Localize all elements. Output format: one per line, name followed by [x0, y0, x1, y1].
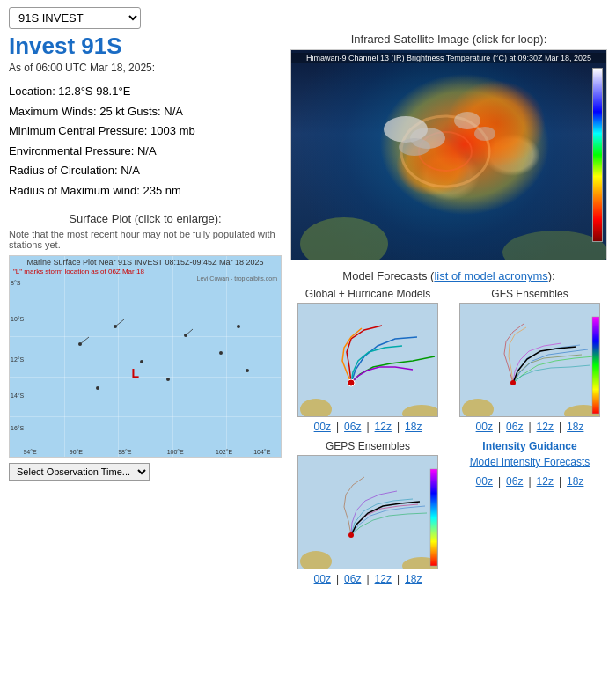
svg-point-20 [502, 231, 606, 260]
top-bar: 91S INVEST [0, 0, 616, 33]
svg-point-12 [401, 116, 489, 187]
model-img-geps-inner: 91S INVEST - GEPS Tracks and Min. MSLP (… [298, 456, 437, 569]
svg-point-24 [348, 379, 355, 386]
svg-point-14 [384, 116, 428, 143]
model-panel-global: Global + Hurricane Models 91S INVEST - M… [290, 288, 445, 433]
right-panel: Infrared Satellite Image (click for loop… [290, 33, 607, 585]
gfs-track-svg [460, 304, 599, 416]
storm-title: Invest 91S [9, 33, 282, 60]
svg-point-2 [140, 360, 143, 363]
model-img-global-inner: 91S INVEST - Model Track Guidance Initia… [298, 304, 437, 416]
observation-time-select[interactable]: Select Observation Time... [9, 463, 150, 481]
surface-plot-image[interactable]: 8°S 10°S 12°S 14°S 16°S 94°E 96°E 98°E 1… [9, 255, 282, 458]
svg-point-18 [474, 127, 495, 141]
surface-plot-title: Surface Plot (click to enlarge): [9, 212, 282, 225]
model-global-links: 00z | 06z | 12z | 18z [314, 421, 422, 433]
satellite-image[interactable]: Himawari-9 Channel 13 (IR) Brightness Te… [290, 49, 607, 260]
svg-point-8 [246, 369, 249, 372]
svg-point-17 [454, 112, 480, 129]
svg-point-28 [510, 380, 516, 385]
model-gfs-link-12z[interactable]: 12z [537, 421, 554, 433]
svg-point-15 [410, 128, 445, 149]
model-global-link-06z[interactable]: 06z [344, 421, 361, 433]
model-geps-link-12z[interactable]: 12z [375, 573, 392, 585]
svg-line-9 [80, 337, 89, 344]
model-img-global[interactable]: 91S INVEST - Model Track Guidance Initia… [297, 303, 438, 417]
storm-max-winds: Maximum Winds: 25 kt Gusts: N/A [9, 103, 282, 121]
storm-min-pressure: Minimum Central Pressure: 1003 mb [9, 122, 282, 140]
satellite-title: Infrared Satellite Image (click for loop… [290, 33, 607, 46]
svg-line-10 [115, 319, 124, 326]
storm-date: As of 06:00 UTC Mar 18, 2025: [9, 62, 282, 74]
model-geps-link-00z[interactable]: 00z [314, 573, 331, 585]
svg-point-33 [348, 532, 354, 538]
satellite-inner: Himawari-9 Channel 13 (IR) Brightness Te… [291, 50, 606, 260]
svg-point-19 [300, 217, 388, 260]
model-gfs-link-06z[interactable]: 06z [506, 421, 523, 433]
model-img-gfs-inner: 91S INVEST - GEFS Tracks and Min. MSLP (… [460, 304, 599, 416]
satellite-label: Himawari-9 Channel 13 (IR) Brightness Te… [291, 53, 606, 63]
model-panel-geps-title: GEPS Ensembles [326, 440, 410, 452]
storm-location: Location: 12.8°S 98.1°E [9, 83, 282, 100]
model-intensity-link[interactable]: Model Intensity Forecasts [470, 456, 590, 468]
satellite-overlay-svg [291, 50, 606, 260]
intensity-link-06z[interactable]: 06z [506, 475, 523, 488]
model-panel-intensity: Intensity Guidance Model Intensity Forec… [452, 440, 607, 585]
intensity-link-12z[interactable]: 12z [537, 475, 554, 488]
model-gfs-link-18z[interactable]: 18z [567, 421, 583, 433]
model-grid: Global + Hurricane Models 91S INVEST - M… [290, 288, 607, 585]
geps-track-svg [298, 456, 437, 569]
storm-selector[interactable]: 91S INVEST [9, 7, 141, 29]
select-obs-container: Select Observation Time... [9, 463, 282, 481]
svg-point-16 [399, 138, 430, 156]
model-gfs-link-00z[interactable]: 00z [476, 421, 493, 433]
svg-point-7 [237, 325, 240, 328]
storm-env-pressure: Environmental Pressure: N/A [9, 143, 282, 160]
model-panel-geps: GEPS Ensembles 91S INVEST - GEPS Tracks … [290, 440, 445, 585]
main-layout: Invest 91S As of 06:00 UTC Mar 18, 2025:… [0, 33, 616, 585]
storm-rad-circulation: Radius of Circulation: N/A [9, 162, 282, 180]
model-acronyms-link[interactable]: list of model acronyms [434, 269, 547, 282]
model-img-gfs[interactable]: 91S INVEST - GEFS Tracks and Min. MSLP (… [459, 303, 600, 417]
intensity-time-links: 00z | 06z | 12z | 18z [476, 475, 584, 488]
svg-point-5 [96, 386, 99, 390]
intensity-link-00z[interactable]: 00z [476, 475, 493, 488]
model-gfs-links: 00z | 06z | 12z | 18z [476, 421, 584, 433]
model-global-link-00z[interactable]: 00z [314, 421, 331, 433]
intensity-guidance-title: Intensity Guidance [482, 440, 576, 452]
model-panel-gfs-title: GFS Ensembles [491, 288, 568, 300]
model-img-geps[interactable]: 91S INVEST - GEPS Tracks and Min. MSLP (… [297, 455, 438, 569]
surface-plot-note: Note that the most recent hour may not b… [9, 229, 282, 250]
surface-plot-section: Surface Plot (click to enlarge): Note th… [9, 212, 282, 481]
svg-line-11 [186, 329, 193, 335]
svg-rect-34 [430, 469, 437, 566]
intensity-link-18z[interactable]: 18z [567, 475, 583, 488]
model-geps-link-18z[interactable]: 18z [405, 573, 422, 585]
surface-plot-inner: 8°S 10°S 12°S 14°S 16°S 94°E 96°E 98°E 1… [10, 256, 281, 457]
left-panel: Invest 91S As of 06:00 UTC Mar 18, 2025:… [9, 33, 282, 585]
model-global-link-12z[interactable]: 12z [375, 421, 392, 433]
model-panel-global-title: Global + Hurricane Models [305, 288, 430, 300]
intensity-link-container: Model Intensity Forecasts [470, 455, 590, 468]
model-forecasts-title: Model Forecasts (list of model acronyms)… [290, 269, 607, 282]
wind-barbs-svg [10, 256, 281, 457]
svg-point-4 [166, 378, 170, 381]
model-global-link-18z[interactable]: 18z [405, 421, 422, 433]
model-panel-gfs: GFS Ensembles 91S INVEST - GEFS Tracks a… [452, 288, 607, 433]
storm-info: Location: 12.8°S 98.1°E Maximum Winds: 2… [9, 83, 282, 199]
svg-point-13 [419, 132, 472, 171]
storm-rad-max-wind: Radius of Maximum wind: 235 nm [9, 182, 282, 200]
svg-rect-29 [592, 317, 599, 414]
global-track-svg [298, 304, 437, 416]
model-geps-links: 00z | 06z | 12z | 18z [314, 573, 422, 585]
satellite-section: Infrared Satellite Image (click for loop… [290, 33, 607, 260]
satellite-colorbar [592, 68, 603, 242]
model-geps-link-06z[interactable]: 06z [344, 573, 361, 585]
svg-point-6 [219, 351, 223, 355]
model-forecasts-section: Model Forecasts (list of model acronyms)… [290, 269, 607, 585]
